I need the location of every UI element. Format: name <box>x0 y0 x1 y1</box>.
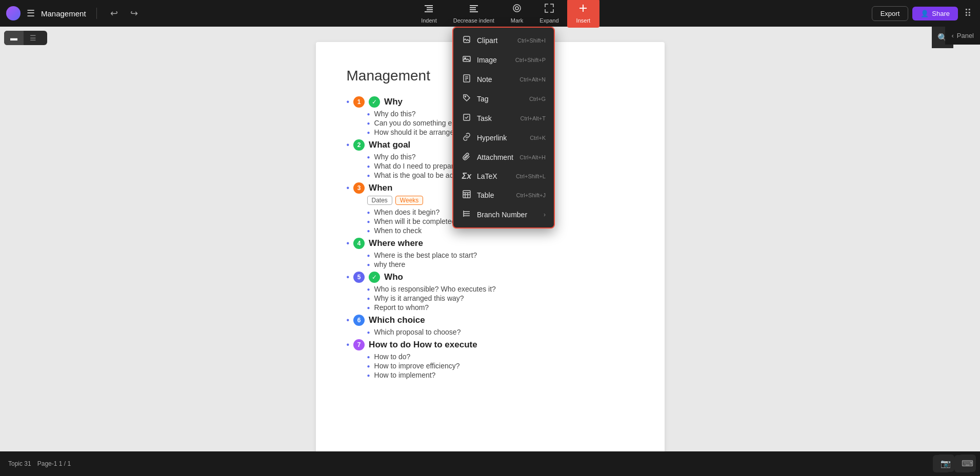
svg-rect-2 <box>427 9 433 10</box>
shortcut-tag: Ctrl+G <box>529 96 546 102</box>
sub-bullet-5-2: ● <box>367 296 370 301</box>
sub-bullet-3-2: ● <box>367 219 370 224</box>
sub-text-1-2: Can you do something else? <box>374 119 465 127</box>
shortcut-note: Ctrl+Alt+N <box>519 76 546 82</box>
export-button[interactable]: Export <box>872 6 909 21</box>
menu-item-tag[interactable]: Tag Ctrl+G <box>453 89 554 109</box>
keyboard-button[interactable]: ⌨ <box>958 454 976 472</box>
decrease-indent-label: Decrease indent <box>453 17 494 24</box>
shortcut-image: Ctrl+Shift+P <box>515 57 546 63</box>
sub-text-5-1: Who is responsible? Who executes it? <box>374 285 496 293</box>
list-view-button[interactable]: ☰ <box>24 31 43 45</box>
menu-item-latex[interactable]: Σx LaTeX Ctrl+Shift+L <box>453 167 554 185</box>
insert-tool[interactable]: Insert <box>567 0 600 28</box>
menu-item-branch-number[interactable]: Branch Number › <box>453 205 554 224</box>
decrease-indent-tool[interactable]: Decrease indent <box>445 0 503 27</box>
sub-bullet-7-2: ● <box>367 363 370 369</box>
shortcut-latex: Ctrl+Shift+L <box>516 173 546 179</box>
sub-bullet-6-1: ● <box>367 329 370 335</box>
decrease-indent-icon <box>469 3 479 16</box>
sub-item-7-3: ● How to implement? <box>347 371 634 379</box>
camera-button[interactable]: 📷 <box>937 454 954 472</box>
sub-bullet-5-1: ● <box>367 286 370 292</box>
sub-text-5-2: Why is it arranged this way? <box>374 294 464 302</box>
image-icon <box>462 55 472 65</box>
redo-button[interactable]: ↪ <box>127 6 141 21</box>
panel-toggle-button[interactable]: ‹ Panel <box>945 27 980 45</box>
bullet-3: • <box>347 183 350 193</box>
sub-item-4-1: ● Where is the best place to start? <box>347 251 634 259</box>
indent-icon <box>424 3 434 16</box>
menu-item-image-left: Image <box>462 55 497 65</box>
outline-main-5: • 5 ✓ Who <box>347 272 634 283</box>
svg-point-8 <box>513 5 521 12</box>
menu-item-clipart-left: Clipart <box>462 35 497 46</box>
number-badge-7: 7 <box>353 339 365 350</box>
menu-item-hyperlink-left: Hyperlink <box>462 133 507 143</box>
panel-label: Panel <box>957 32 974 39</box>
menu-item-attachment[interactable]: Attachment Ctrl+Alt+H <box>453 148 554 167</box>
sub-text-3-1: When does it begin? <box>374 208 440 216</box>
number-badge-3: 3 <box>353 182 365 194</box>
sub-text-7-2: How to improve efficiency? <box>374 362 460 370</box>
insert-menu: Clipart Ctrl+Shift+I Image Ctrl+Shift+P … <box>452 27 555 229</box>
sub-text-2-2: What do I need to prepare? <box>374 162 462 170</box>
menu-item-note[interactable]: Note Ctrl+Alt+N <box>453 70 554 89</box>
expand-tool[interactable]: Expand <box>531 0 567 27</box>
menu-label-table: Table <box>477 191 494 199</box>
sub-bullet-1-3: ● <box>367 130 370 135</box>
share-button[interactable]: 👤 Share <box>912 7 958 20</box>
outline-item-4: • 4 Where where ● Where is the best plac… <box>347 238 634 268</box>
mark-tool[interactable]: Mark <box>503 0 531 27</box>
shortcut-table: Ctrl+Shift+J <box>516 192 546 198</box>
menu-label-clipart: Clipart <box>477 36 497 45</box>
sub-text-3-3: When to check <box>374 226 422 235</box>
number-badge-4: 4 <box>353 238 365 249</box>
page-info: Page-1 1 / 1 <box>37 460 71 467</box>
menu-label-latex: LaTeX <box>477 172 497 180</box>
menu-label-image: Image <box>477 56 497 64</box>
shortcut-hyperlink: Ctrl+K <box>530 135 546 141</box>
grid-button[interactable]: ⠿ <box>962 5 974 22</box>
sub-bullet-7-1: ● <box>367 354 370 360</box>
bullet-5: • <box>347 273 350 282</box>
hamburger-icon[interactable]: ☰ <box>27 8 35 19</box>
heading-1: Why <box>384 97 403 107</box>
menu-label-hyperlink: Hyperlink <box>477 134 507 142</box>
svg-rect-7 <box>470 11 478 12</box>
sub-item-4-2: ● why there <box>347 260 634 268</box>
tag-icon <box>462 94 472 104</box>
insert-label: Insert <box>576 17 591 24</box>
latex-icon: Σx <box>462 172 472 181</box>
menu-item-note-left: Note <box>462 74 492 85</box>
menu-item-task-left: Task <box>462 113 492 123</box>
card-view-button[interactable]: ▬ <box>4 31 24 45</box>
sub-bullet-3-1: ● <box>367 210 370 215</box>
menu-item-table-left: Table <box>462 190 494 200</box>
sub-item-5-2: ● Why is it arranged this way? <box>347 294 634 302</box>
heading-6: Which choice <box>369 315 425 325</box>
bottom-bar: Topic 31 Page-1 1 / 1 M ⛶ 📷 ⌨ <box>0 451 980 476</box>
shortcut-task: Ctrl+Alt+T <box>520 115 546 121</box>
mark-label: Mark <box>511 17 523 24</box>
menu-item-clipart[interactable]: Clipart Ctrl+Shift+I <box>453 31 554 50</box>
indent-tool[interactable]: Indent <box>413 0 445 27</box>
svg-rect-1 <box>427 7 433 8</box>
menu-item-task[interactable]: Task Ctrl+Alt+T <box>453 109 554 128</box>
bullet-6: • <box>347 316 350 325</box>
check-badge-1: ✓ <box>369 96 380 108</box>
svg-rect-5 <box>470 7 476 8</box>
number-badge-2: 2 <box>353 139 365 151</box>
undo-button[interactable]: ↩ <box>107 6 121 21</box>
menu-item-hyperlink[interactable]: Hyperlink Ctrl+K <box>453 128 554 148</box>
mark-icon <box>512 3 522 16</box>
menu-item-table[interactable]: Table Ctrl+Shift+J <box>453 185 554 205</box>
toolbar-right: Export 👤 Share ⠿ <box>872 5 974 22</box>
chevron-left-icon: ‹ <box>951 32 953 39</box>
sub-item-7-2: ● How to improve efficiency? <box>347 362 634 370</box>
bullet-4: • <box>347 239 350 248</box>
menu-item-image[interactable]: Image Ctrl+Shift+P <box>453 50 554 70</box>
sub-bullet-3-3: ● <box>367 228 370 234</box>
sub-text-1-1: Why do this? <box>374 110 416 118</box>
sub-item-7-1: ● How to do? <box>347 353 634 361</box>
